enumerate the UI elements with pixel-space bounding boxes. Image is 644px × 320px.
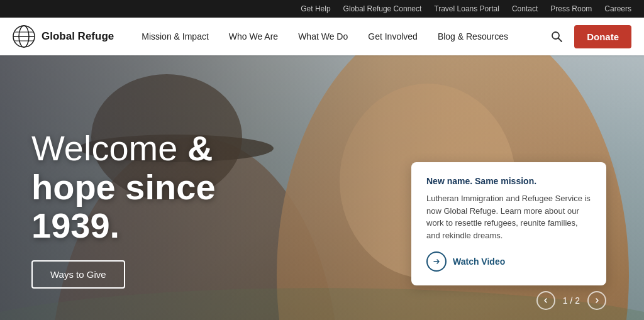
nav-link-who-we-are[interactable]: Who We Are xyxy=(220,26,287,47)
slide-prev-button[interactable] xyxy=(536,291,555,310)
watch-video-label: Watch Video xyxy=(453,257,505,267)
utility-link-travel-loans-portal[interactable]: Travel Loans Portal xyxy=(434,4,499,13)
nav-link-what-we-do[interactable]: What We Do xyxy=(289,26,357,47)
slide-separator: / xyxy=(570,295,572,306)
slide-current: 1 / 2 xyxy=(563,295,580,306)
svg-line-6 xyxy=(558,38,562,42)
info-card-title: New name. Same mission. xyxy=(426,176,591,186)
info-card: New name. Same mission. Lutheran Immigra… xyxy=(411,162,606,285)
slide-total-num: 2 xyxy=(575,295,580,306)
info-card-text: Lutheran Immigration and Refugee Service… xyxy=(426,192,591,241)
slide-next-button[interactable] xyxy=(587,291,606,310)
nav-link-get-involved[interactable]: Get Involved xyxy=(359,26,426,47)
hero-title: Welcome & hope since 1939. xyxy=(31,129,216,245)
chevron-right-icon xyxy=(594,297,600,304)
utility-link-get-help[interactable]: Get Help xyxy=(301,4,330,13)
nav-actions: Donate xyxy=(547,25,631,48)
search-icon xyxy=(550,30,563,43)
logo-text: Global Refuge xyxy=(42,30,114,43)
nav-link-mission-impact[interactable]: Mission & Impact xyxy=(133,26,218,47)
arrow-right-icon xyxy=(433,258,440,265)
chevron-left-icon xyxy=(543,297,549,304)
main-nav: Global Refuge Mission & Impact Who We Ar… xyxy=(0,18,644,55)
hero-title-ampersand: & xyxy=(187,128,213,168)
hero-title-hope: hope since xyxy=(31,167,216,207)
hero-section: Welcome & hope since 1939. Ways to Give … xyxy=(0,55,644,320)
search-button[interactable] xyxy=(547,26,567,47)
utility-link-press-room[interactable]: Press Room xyxy=(550,4,592,13)
nav-link-blog-resources[interactable]: Blog & Resources xyxy=(429,26,517,47)
watch-video-circle-icon xyxy=(426,251,447,272)
hero-text-block: Welcome & hope since 1939. Ways to Give xyxy=(31,129,216,289)
utility-link-contact[interactable]: Contact xyxy=(512,4,538,13)
logo-icon xyxy=(13,25,35,48)
slide-counter: 1 / 2 xyxy=(536,291,606,310)
logo-link[interactable]: Global Refuge xyxy=(13,25,114,48)
utility-link-global-refuge-connect[interactable]: Global Refuge Connect xyxy=(343,4,422,13)
hero-title-year: 1939. xyxy=(31,206,119,245)
donate-button[interactable]: Donate xyxy=(574,25,631,48)
utility-link-careers[interactable]: Careers xyxy=(604,4,631,13)
ways-to-give-button[interactable]: Ways to Give xyxy=(31,260,125,289)
slide-current-num: 1 xyxy=(563,295,568,306)
nav-links: Mission & Impact Who We Are What We Do G… xyxy=(133,26,547,47)
hero-title-welcome: Welcome xyxy=(31,128,187,168)
watch-video-button[interactable]: Watch Video xyxy=(426,251,505,272)
utility-bar: Get Help Global Refuge Connect Travel Lo… xyxy=(0,0,644,18)
